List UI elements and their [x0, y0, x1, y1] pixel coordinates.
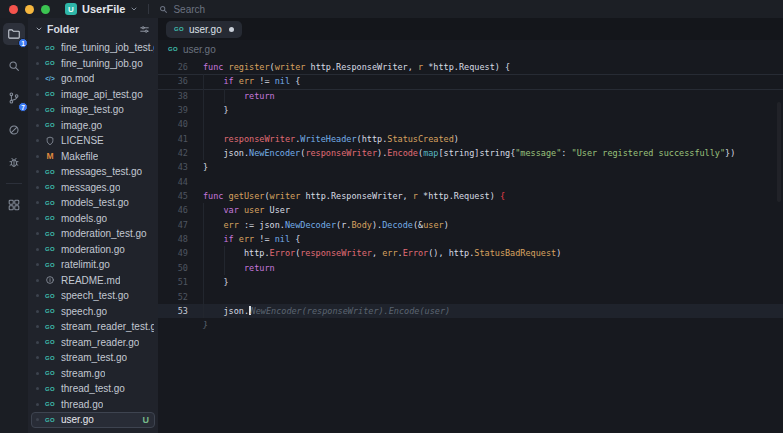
editor-scrollbar[interactable] — [777, 102, 781, 202]
file-item[interactable]: GOimage_test.go — [31, 102, 155, 118]
code-line[interactable]: 53 json.NewEncoder(responseWriter).Encod… — [158, 304, 783, 318]
token: (& — [413, 220, 423, 230]
code-area[interactable]: 26func register(writer http.ResponseWrit… — [158, 58, 783, 433]
file-item[interactable]: GOmessages_test.go — [31, 164, 155, 180]
token: StatusBadRequest — [474, 248, 556, 258]
token: := json. — [239, 220, 285, 230]
indent-guide — [203, 232, 204, 246]
line-number: 26 — [158, 60, 188, 74]
token: err — [239, 234, 254, 244]
file-item[interactable]: GOmodels.go — [31, 211, 155, 227]
code-text: } — [203, 160, 208, 174]
file-name: thread_test.go — [61, 383, 125, 394]
code-line[interactable]: 42 json.NewEncoder(responseWriter).Encod… — [158, 146, 783, 160]
git-dot-indicator — [36, 155, 39, 158]
git-dot-indicator — [36, 62, 39, 65]
file-item[interactable]: GOmodels_test.go — [31, 195, 155, 211]
token: http. — [203, 248, 270, 258]
traffic-light-zoom[interactable] — [41, 5, 50, 14]
code-line[interactable]: 45func getUser(writer http.ResponseWrite… — [158, 189, 783, 203]
file-name: speech_test.go — [61, 290, 129, 301]
file-item[interactable]: GOfine_tuning_job_test.go — [31, 40, 155, 56]
file-item[interactable]: GOthread_test.go — [31, 381, 155, 397]
line-number: 52 — [158, 290, 188, 304]
slashed-circle-icon — [7, 123, 21, 137]
activity-item-search[interactable] — [3, 55, 25, 77]
code-line[interactable]: 26func register(writer http.ResponseWrit… — [158, 60, 783, 74]
token: responseWriter — [223, 134, 295, 144]
indent-guide — [203, 304, 204, 318]
indent-guide — [203, 246, 204, 260]
count-badge: 1 — [18, 38, 28, 48]
go-file-icon: GO — [45, 91, 55, 97]
code-line[interactable]: 39 } — [158, 103, 783, 117]
activity-item-files[interactable]: 1 — [3, 23, 25, 45]
activity-item-debug[interactable] — [3, 151, 25, 173]
file-item[interactable]: GOmoderation.go — [31, 242, 155, 258]
file-name: image.go — [61, 120, 102, 131]
file-name: user.go — [61, 414, 94, 425]
file-item[interactable]: GOspeech_test.go — [31, 288, 155, 304]
git-dot-indicator — [36, 232, 39, 235]
file-list: GOfine_tuning_job_test.goGOfine_tuning_j… — [28, 40, 158, 433]
file-item[interactable]: README.md — [31, 273, 155, 289]
project-menu[interactable]: U UserFile — [65, 3, 138, 15]
token: writer — [270, 191, 301, 201]
file-name: LICENSE — [61, 135, 104, 146]
file-item[interactable]: GOstream.go — [31, 366, 155, 382]
file-item[interactable]: GOthread.go — [31, 397, 155, 413]
go-file-icon: GO — [45, 184, 55, 190]
file-item[interactable]: GOimage.go — [31, 118, 155, 134]
file-item[interactable]: GOspeech.go — [31, 304, 155, 320]
folder-header[interactable]: Folder — [28, 18, 158, 40]
file-item[interactable]: GOmessages.go — [31, 180, 155, 196]
code-text: var user User — [203, 203, 290, 217]
file-name: README.md — [61, 275, 120, 286]
traffic-light-minimize[interactable] — [25, 5, 34, 14]
code-line[interactable]: 40 — [158, 117, 783, 131]
folder-title: Folder — [47, 23, 135, 35]
breadcrumb[interactable]: GO user.go — [158, 40, 783, 58]
file-item[interactable]: GOratelimit.go — [31, 257, 155, 273]
file-item[interactable]: GOuser.goU — [31, 412, 155, 428]
git-dot-indicator — [36, 387, 39, 390]
code-line[interactable]: 38 return — [158, 89, 783, 103]
file-item[interactable]: GOmoderation_test.go — [31, 226, 155, 242]
go-file-icon: GO — [45, 246, 55, 252]
token: "message" — [515, 148, 561, 158]
file-item[interactable]: GOimage_api_test.go — [31, 87, 155, 103]
code-line[interactable]: 50 return — [158, 261, 783, 275]
token — [203, 76, 223, 86]
code-line[interactable]: 48 if err != nil { — [158, 232, 783, 246]
code-line[interactable]: 44 — [158, 175, 783, 189]
global-search-button[interactable]: Search — [159, 4, 205, 15]
traffic-light-close[interactable] — [9, 5, 18, 14]
file-item[interactable]: GOstream_reader_test.go — [31, 319, 155, 335]
file-item[interactable]: MMakefile — [31, 149, 155, 165]
search-icon — [159, 5, 168, 14]
tab-user-go[interactable]: GO user.go — [166, 21, 242, 38]
activity-item-remote[interactable] — [3, 119, 25, 141]
code-line[interactable]: 46 var user User — [158, 203, 783, 217]
file-item[interactable]: GOstream_test.go — [31, 350, 155, 366]
code-line[interactable]: 36 if err != nil { — [158, 74, 783, 88]
token: Encode — [387, 148, 418, 158]
git-dot-indicator — [36, 279, 39, 282]
code-line[interactable]: 43} — [158, 160, 783, 174]
code-line[interactable]: } — [158, 318, 783, 332]
code-line[interactable]: 47 err := json.NewDecoder(r.Body).Decode… — [158, 218, 783, 232]
code-text: json.NewEncoder(responseWriter).Encode(m… — [203, 146, 735, 160]
code-line[interactable]: 52 — [158, 290, 783, 304]
file-item[interactable]: </>go.mod — [31, 71, 155, 87]
file-item[interactable]: GOstream_reader.go — [31, 335, 155, 351]
code-line[interactable]: 51 } — [158, 275, 783, 289]
activity-item-extensions[interactable] — [3, 194, 25, 216]
file-item[interactable]: GOfine_tuning_job.go — [31, 56, 155, 72]
filter-icon[interactable] — [139, 24, 150, 35]
file-item[interactable]: LICENSE — [31, 133, 155, 149]
code-line[interactable]: 49 http.Error(responseWriter, err.Error(… — [158, 246, 783, 260]
activity-item-source-control[interactable]: 7 — [3, 87, 25, 109]
file-name: speech.go — [61, 306, 107, 317]
bug-icon — [7, 155, 21, 169]
code-line[interactable]: 41 responseWriter.WriteHeader(http.Statu… — [158, 132, 783, 146]
